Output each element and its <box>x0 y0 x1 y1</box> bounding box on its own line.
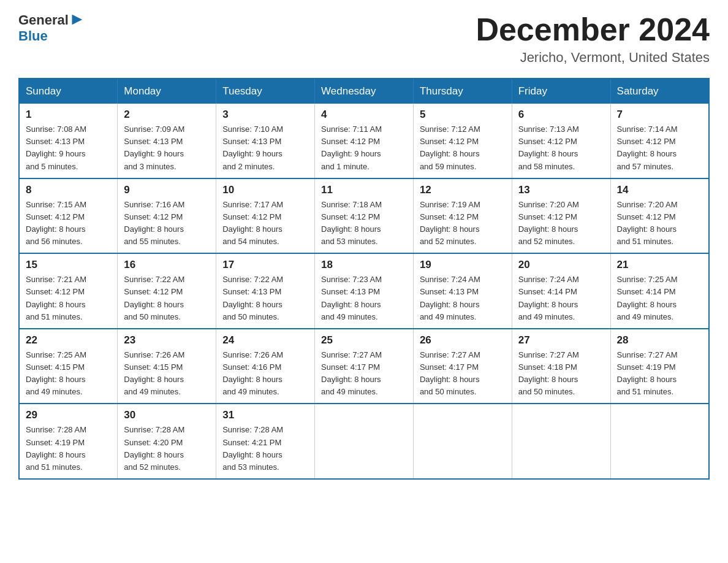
day-number: 19 <box>420 259 506 271</box>
day-info: Sunrise: 7:19 AMSunset: 4:12 PMDaylight:… <box>420 200 480 246</box>
calendar-cell: 5 Sunrise: 7:12 AMSunset: 4:12 PMDayligh… <box>413 104 512 178</box>
day-info: Sunrise: 7:09 AMSunset: 4:13 PMDaylight:… <box>124 124 184 170</box>
day-number: 28 <box>617 334 702 347</box>
week-row-4: 22 Sunrise: 7:25 AMSunset: 4:15 PMDaylig… <box>19 329 709 404</box>
week-row-5: 29 Sunrise: 7:28 AMSunset: 4:19 PMDaylig… <box>19 404 709 479</box>
calendar-cell: 20 Sunrise: 7:24 AMSunset: 4:14 PMDaylig… <box>512 253 610 329</box>
logo-arrow-icon: ► <box>69 10 86 29</box>
day-number: 16 <box>124 259 210 271</box>
day-number: 6 <box>518 109 604 121</box>
day-info: Sunrise: 7:11 AMSunset: 4:12 PMDaylight:… <box>321 124 382 170</box>
calendar-cell: 4 Sunrise: 7:11 AMSunset: 4:12 PMDayligh… <box>315 104 414 178</box>
day-info: Sunrise: 7:27 AMSunset: 4:17 PMDaylight:… <box>321 350 382 396</box>
calendar-cell <box>315 404 414 479</box>
calendar-cell: 8 Sunrise: 7:15 AMSunset: 4:12 PMDayligh… <box>19 178 118 254</box>
day-info: Sunrise: 7:27 AMSunset: 4:19 PMDaylight:… <box>617 350 678 396</box>
day-number: 4 <box>321 109 407 121</box>
weekday-header-tuesday: Tuesday <box>216 79 315 104</box>
day-number: 26 <box>420 334 506 347</box>
weekday-header-monday: Monday <box>118 79 216 104</box>
day-number: 17 <box>222 259 308 271</box>
day-info: Sunrise: 7:27 AMSunset: 4:17 PMDaylight:… <box>420 350 480 396</box>
calendar-table: SundayMondayTuesdayWednesdayThursdayFrid… <box>18 78 710 480</box>
calendar-cell: 23 Sunrise: 7:26 AMSunset: 4:15 PMDaylig… <box>118 329 216 404</box>
day-info: Sunrise: 7:21 AMSunset: 4:12 PMDaylight:… <box>26 275 86 321</box>
calendar-cell: 15 Sunrise: 7:21 AMSunset: 4:12 PMDaylig… <box>19 253 118 329</box>
calendar-cell: 19 Sunrise: 7:24 AMSunset: 4:13 PMDaylig… <box>413 253 512 329</box>
day-info: Sunrise: 7:24 AMSunset: 4:13 PMDaylight:… <box>420 275 480 321</box>
calendar-cell: 25 Sunrise: 7:27 AMSunset: 4:17 PMDaylig… <box>315 329 414 404</box>
logo: General ► Blue <box>18 12 86 44</box>
day-info: Sunrise: 7:28 AMSunset: 4:21 PMDaylight:… <box>222 425 283 471</box>
day-number: 29 <box>26 409 111 421</box>
day-info: Sunrise: 7:22 AMSunset: 4:13 PMDaylight:… <box>222 275 283 321</box>
day-info: Sunrise: 7:13 AMSunset: 4:12 PMDaylight:… <box>518 124 579 170</box>
day-number: 30 <box>124 409 210 421</box>
calendar-cell: 18 Sunrise: 7:23 AMSunset: 4:13 PMDaylig… <box>315 253 414 329</box>
weekday-header-wednesday: Wednesday <box>315 79 414 104</box>
calendar-cell: 21 Sunrise: 7:25 AMSunset: 4:14 PMDaylig… <box>610 253 709 329</box>
day-info: Sunrise: 7:28 AMSunset: 4:20 PMDaylight:… <box>124 425 184 471</box>
weekday-header-sunday: Sunday <box>19 79 118 104</box>
page-header: General ► Blue December 2024 Jericho, Ve… <box>18 12 710 66</box>
day-number: 25 <box>321 334 407 347</box>
day-number: 15 <box>26 259 111 271</box>
day-number: 24 <box>222 334 308 347</box>
day-info: Sunrise: 7:26 AMSunset: 4:16 PMDaylight:… <box>222 350 283 396</box>
calendar-subtitle: Jericho, Vermont, United States <box>476 50 710 66</box>
weekday-header-friday: Friday <box>512 79 610 104</box>
day-info: Sunrise: 7:22 AMSunset: 4:12 PMDaylight:… <box>124 275 184 321</box>
calendar-cell: 30 Sunrise: 7:28 AMSunset: 4:20 PMDaylig… <box>118 404 216 479</box>
day-info: Sunrise: 7:24 AMSunset: 4:14 PMDaylight:… <box>518 275 579 321</box>
day-info: Sunrise: 7:20 AMSunset: 4:12 PMDaylight:… <box>518 200 579 246</box>
day-number: 2 <box>124 109 210 121</box>
day-number: 11 <box>321 184 407 196</box>
calendar-cell: 1 Sunrise: 7:08 AMSunset: 4:13 PMDayligh… <box>19 104 118 178</box>
day-number: 9 <box>124 184 210 196</box>
week-row-2: 8 Sunrise: 7:15 AMSunset: 4:12 PMDayligh… <box>19 178 709 254</box>
day-number: 23 <box>124 334 210 347</box>
calendar-cell <box>610 404 709 479</box>
day-info: Sunrise: 7:18 AMSunset: 4:12 PMDaylight:… <box>321 200 382 246</box>
day-number: 22 <box>26 334 111 347</box>
calendar-cell: 24 Sunrise: 7:26 AMSunset: 4:16 PMDaylig… <box>216 329 315 404</box>
day-info: Sunrise: 7:20 AMSunset: 4:12 PMDaylight:… <box>617 200 678 246</box>
calendar-cell: 11 Sunrise: 7:18 AMSunset: 4:12 PMDaylig… <box>315 178 414 254</box>
calendar-cell: 16 Sunrise: 7:22 AMSunset: 4:12 PMDaylig… <box>118 253 216 329</box>
calendar-cell: 2 Sunrise: 7:09 AMSunset: 4:13 PMDayligh… <box>118 104 216 178</box>
day-info: Sunrise: 7:16 AMSunset: 4:12 PMDaylight:… <box>124 200 184 246</box>
calendar-cell: 12 Sunrise: 7:19 AMSunset: 4:12 PMDaylig… <box>413 178 512 254</box>
day-info: Sunrise: 7:14 AMSunset: 4:12 PMDaylight:… <box>617 124 678 170</box>
calendar-cell: 7 Sunrise: 7:14 AMSunset: 4:12 PMDayligh… <box>610 104 709 178</box>
calendar-cell: 13 Sunrise: 7:20 AMSunset: 4:12 PMDaylig… <box>512 178 610 254</box>
calendar-cell: 6 Sunrise: 7:13 AMSunset: 4:12 PMDayligh… <box>512 104 610 178</box>
day-info: Sunrise: 7:15 AMSunset: 4:12 PMDaylight:… <box>26 200 86 246</box>
day-info: Sunrise: 7:23 AMSunset: 4:13 PMDaylight:… <box>321 275 382 321</box>
day-number: 5 <box>420 109 506 121</box>
week-row-3: 15 Sunrise: 7:21 AMSunset: 4:12 PMDaylig… <box>19 253 709 329</box>
day-number: 14 <box>617 184 702 196</box>
calendar-cell: 22 Sunrise: 7:25 AMSunset: 4:15 PMDaylig… <box>19 329 118 404</box>
week-row-1: 1 Sunrise: 7:08 AMSunset: 4:13 PMDayligh… <box>19 104 709 178</box>
day-number: 10 <box>222 184 308 196</box>
day-number: 3 <box>222 109 308 121</box>
day-number: 27 <box>518 334 604 347</box>
calendar-cell: 3 Sunrise: 7:10 AMSunset: 4:13 PMDayligh… <box>216 104 315 178</box>
calendar-cell: 28 Sunrise: 7:27 AMSunset: 4:19 PMDaylig… <box>610 329 709 404</box>
day-info: Sunrise: 7:10 AMSunset: 4:13 PMDaylight:… <box>222 124 283 170</box>
logo-blue-text: Blue <box>18 29 86 44</box>
calendar-cell: 14 Sunrise: 7:20 AMSunset: 4:12 PMDaylig… <box>610 178 709 254</box>
day-number: 1 <box>26 109 111 121</box>
calendar-cell: 29 Sunrise: 7:28 AMSunset: 4:19 PMDaylig… <box>19 404 118 479</box>
weekday-header-row: SundayMondayTuesdayWednesdayThursdayFrid… <box>19 79 709 104</box>
calendar-cell: 9 Sunrise: 7:16 AMSunset: 4:12 PMDayligh… <box>118 178 216 254</box>
logo-general-text: General <box>18 13 69 28</box>
day-info: Sunrise: 7:25 AMSunset: 4:15 PMDaylight:… <box>26 350 86 396</box>
day-number: 31 <box>222 409 308 421</box>
day-info: Sunrise: 7:25 AMSunset: 4:14 PMDaylight:… <box>617 275 678 321</box>
day-number: 20 <box>518 259 604 271</box>
calendar-cell: 31 Sunrise: 7:28 AMSunset: 4:21 PMDaylig… <box>216 404 315 479</box>
day-number: 7 <box>617 109 702 121</box>
calendar-cell: 17 Sunrise: 7:22 AMSunset: 4:13 PMDaylig… <box>216 253 315 329</box>
day-number: 13 <box>518 184 604 196</box>
